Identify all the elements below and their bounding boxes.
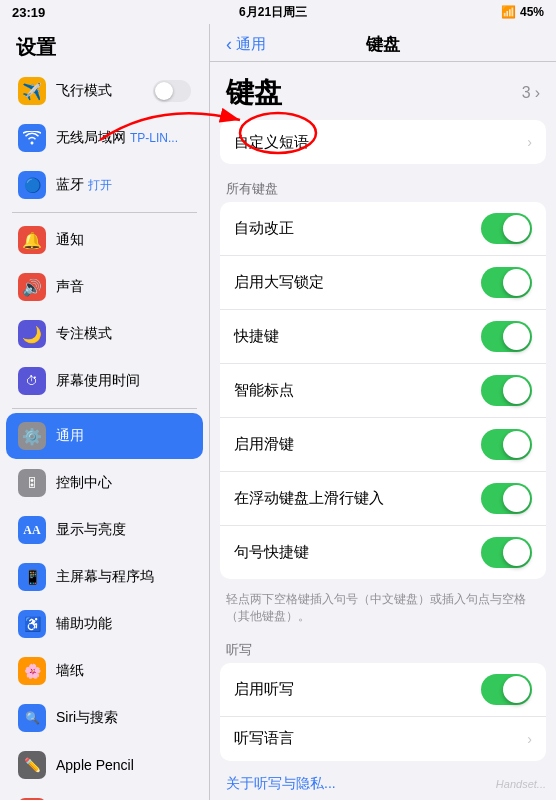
sidebar-bt-label: 蓝牙 — [56, 176, 84, 194]
sidebar-bt-value: 打开 — [88, 177, 112, 194]
sounds-icon: 🔊 — [18, 273, 46, 301]
wifi-sidebar-icon — [18, 124, 46, 152]
swipe-label: 启用滑键 — [234, 435, 481, 454]
status-date: 6月21日周三 — [239, 4, 307, 21]
dictationlang-chevron-icon: › — [527, 731, 532, 747]
sidebar-item-applepencil[interactable]: ✏️ Apple Pencil — [6, 742, 203, 788]
divider-1 — [12, 212, 197, 213]
sidebar-item-controlcenter[interactable]: 🎛 控制中心 — [6, 460, 203, 506]
capslock-toggle[interactable] — [481, 267, 532, 298]
sidebar-item-screentime[interactable]: ⏱ 屏幕使用时间 — [6, 358, 203, 404]
shortcuts-row[interactable]: 自定义短语 › — [220, 120, 546, 164]
keyboard-title-row: 键盘 3 › — [210, 62, 556, 120]
enabledictation-label: 启用听写 — [234, 680, 481, 699]
keyboard-chevron-icon: › — [535, 84, 540, 102]
smartpunct-label: 智能标点 — [234, 381, 481, 400]
airplane-icon: ✈️ — [18, 77, 46, 105]
sidebar-item-homescreen[interactable]: 📱 主屏幕与程序坞 — [6, 554, 203, 600]
allkeyboards-group: 自动改正 启用大写锁定 快捷键 智能标点 启用滑键 — [220, 202, 546, 579]
applepencil-icon: ✏️ — [18, 751, 46, 779]
enabledictation-toggle[interactable] — [481, 674, 532, 705]
right-panel-title: 键盘 — [366, 33, 400, 56]
sidebar-item-notifications[interactable]: 🔔 通知 — [6, 217, 203, 263]
sidebar-item-label: 飞行模式 — [56, 82, 112, 100]
sidebar-sounds-label: 声音 — [56, 278, 84, 296]
sidebar-item-touchid[interactable]: 👆 触控ID与密码 — [6, 789, 203, 800]
swipe-row[interactable]: 启用滑键 — [220, 418, 546, 472]
sidebar: 设置 ✈️ 飞行模式 无线局域网 TP-LIN... — [0, 24, 210, 800]
dictation-section-label: 听写 — [210, 633, 556, 663]
sidebar-notifications-label: 通知 — [56, 231, 84, 249]
display-icon: AA — [18, 516, 46, 544]
autocorrect-toggle[interactable] — [481, 213, 532, 244]
back-button[interactable]: ‹ 通用 — [226, 34, 266, 55]
sidebar-item-airplane[interactable]: ✈️ 飞行模式 — [6, 68, 203, 114]
periodshortcut-label: 句号快捷键 — [234, 543, 481, 562]
sidebar-wifi-value: TP-LIN... — [130, 131, 178, 145]
keyboard-page-title: 键盘 — [226, 74, 282, 112]
controlcenter-icon: 🎛 — [18, 469, 46, 497]
sidebar-item-wallpaper[interactable]: 🌸 墙纸 — [6, 648, 203, 694]
right-panel: ‹ 通用 键盘 键盘 3 › 自定义短语 › — [210, 24, 556, 800]
sidebar-item-accessibility[interactable]: ♿ 辅助功能 — [6, 601, 203, 647]
floatkeyboard-toggle[interactable] — [481, 483, 532, 514]
capslock-row[interactable]: 启用大写锁定 — [220, 256, 546, 310]
sidebar-general-label: 通用 — [56, 427, 84, 445]
smartpunct-toggle[interactable] — [481, 375, 532, 406]
smartpunct-row[interactable]: 智能标点 — [220, 364, 546, 418]
keyboard-count: 3 — [522, 84, 531, 102]
sidebar-item-siri[interactable]: 🔍 Siri与搜索 — [6, 695, 203, 741]
sidebar-item-general[interactable]: ⚙️ 通用 — [6, 413, 203, 459]
periodshortcut-row[interactable]: 句号快捷键 — [220, 526, 546, 579]
shortcuts-key-label: 快捷键 — [234, 327, 481, 346]
periodshortcut-toggle[interactable] — [481, 537, 532, 568]
sidebar-title: 设置 — [0, 24, 209, 67]
sidebar-wifi-label: 无线局域网 — [56, 129, 126, 147]
airplane-toggle[interactable] — [153, 80, 191, 102]
keyboard-count-badge[interactable]: 3 › — [522, 84, 540, 102]
shortcuts-group: 自定义短语 › — [220, 120, 546, 164]
capslock-label: 启用大写锁定 — [234, 273, 481, 292]
sidebar-access-label: 辅助功能 — [56, 615, 112, 633]
sidebar-item-wifi[interactable]: 无线局域网 TP-LIN... — [6, 115, 203, 161]
status-icons: 📶 45% — [501, 5, 544, 19]
status-time: 23:19 — [12, 5, 45, 20]
watermark: Handset... — [496, 778, 546, 790]
dictation-group: 启用听写 听写语言 › — [220, 663, 546, 761]
sidebar-siri-label: Siri与搜索 — [56, 709, 118, 727]
sidebar-item-bluetooth[interactable]: 🔵 蓝牙 打开 — [6, 162, 203, 208]
sidebar-item-sounds[interactable]: 🔊 声音 — [6, 264, 203, 310]
shortcuts-key-row[interactable]: 快捷键 — [220, 310, 546, 364]
sidebar-display-label: 显示与亮度 — [56, 521, 126, 539]
sidebar-item-display[interactable]: AA 显示与亮度 — [6, 507, 203, 553]
sidebar-hs-label: 主屏幕与程序坞 — [56, 568, 154, 586]
autocorrect-row[interactable]: 自动改正 — [220, 202, 546, 256]
dictationlang-row[interactable]: 听写语言 › — [220, 717, 546, 761]
wifi-icon: 📶 — [501, 5, 516, 19]
shortcuts-chevron-icon: › — [527, 134, 532, 150]
allkeyboards-section-label: 所有键盘 — [210, 172, 556, 202]
shortcuts-label: 自定义短语 — [234, 133, 527, 152]
wallpaper-icon: 🌸 — [18, 657, 46, 685]
sidebar-pencil-label: Apple Pencil — [56, 757, 134, 773]
swipe-toggle[interactable] — [481, 429, 532, 460]
right-header: ‹ 通用 键盘 — [210, 24, 556, 62]
back-label: 通用 — [236, 35, 266, 54]
allkeyboards-hint: 轻点两下空格键插入句号（中文键盘）或插入句点与空格（其他键盘）。 — [210, 587, 556, 633]
notifications-icon: 🔔 — [18, 226, 46, 254]
floatkeyboard-row[interactable]: 在浮动键盘上滑行键入 — [220, 472, 546, 526]
floatkeyboard-label: 在浮动键盘上滑行键入 — [234, 489, 481, 508]
divider-2 — [12, 408, 197, 409]
shortcuts-toggle[interactable] — [481, 321, 532, 352]
dictationlang-label: 听写语言 — [234, 729, 527, 748]
enabledictation-row[interactable]: 启用听写 — [220, 663, 546, 717]
bluetooth-icon: 🔵 — [18, 171, 46, 199]
sidebar-wallpaper-label: 墙纸 — [56, 662, 84, 680]
status-bar: 23:19 6月21日周三 📶 45% — [0, 0, 556, 24]
battery-level: 45% — [520, 5, 544, 19]
autocorrect-label: 自动改正 — [234, 219, 481, 238]
screentime-icon: ⏱ — [18, 367, 46, 395]
sidebar-screentime-label: 屏幕使用时间 — [56, 372, 140, 390]
focus-icon: 🌙 — [18, 320, 46, 348]
sidebar-item-focus[interactable]: 🌙 专注模式 — [6, 311, 203, 357]
